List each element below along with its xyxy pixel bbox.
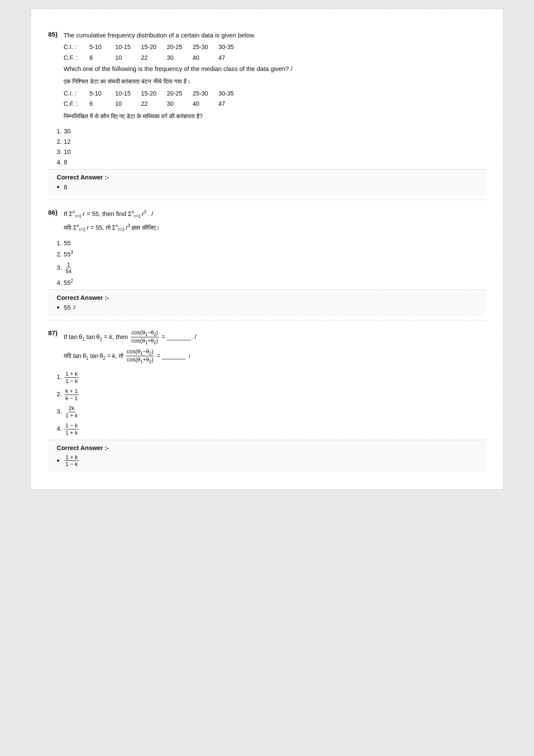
q85-opt3-val: 10 [64,148,71,155]
q87-opt2-frac: k + 1 k − 1 [64,388,79,401]
q85-en-text: The cumulative frequency distribution of… [64,31,486,40]
q86-correct-section: Correct Answer :- • 552 [48,290,486,316]
q85-cf-v3: 22 [141,53,167,62]
q86-hindi-text: यदि Σnr=1 r = 55, तो Σnr=1 r3 ज्ञात कीजि… [64,222,486,233]
q85-text: The cumulative frequency distribution of… [64,31,486,123]
q86-opt3-num-val: 1 [66,261,71,268]
q87-opt3-num: 3. [57,408,62,415]
q87-opt1-frac-den: 1 − k [64,378,79,385]
q87-opt1: 1. 1 + k 1 − k [57,370,486,384]
q86-correct-value: • 552 [57,304,486,312]
q85-opt2-val: 12 [64,138,71,145]
q87-t1: 1 [145,332,147,336]
q85-bullet: • [57,183,59,191]
q85-question-suffix: Which one of the following is the freque… [64,64,486,74]
q87-opt2: 2. k + 1 k − 1 [57,388,486,401]
q85-correct-section: Correct Answer :- • 8 [48,169,486,195]
q85-number: 85) [48,31,64,38]
q87-correct-section: Correct Answer :- • 1 + k 1 − k [48,440,486,472]
q87-correct-frac-den: 1 − k [64,461,79,468]
q87-hi-sub2: 2 [103,355,105,360]
q85-cf-label-hi: C.F. : [64,99,89,108]
q85-ci-hv6: 30-35 [218,89,244,98]
q85-ci-v3: 15-20 [141,42,167,52]
q85-opt3: 3. 10 [57,148,486,155]
q87-opt3: 3. 2k 1 + k [57,405,486,419]
q86-opt3-num: 3. [57,264,62,271]
q87-correct-value: • 1 + k 1 − k [57,454,486,468]
q85-ci-row-hi: C.I. : 5-10 10-15 15-20 20-25 25-30 30-3… [64,89,486,98]
q85-cf-hv5: 40 [193,99,218,108]
q86-en-text: If Σnr=1 r = 55, then find Σnr=1 r3 . / [64,209,486,220]
q86-opt3: 3. 1 54 [57,261,486,275]
q85-hindi-line1: एक निश्चित डेटा का संचयी बारंबारता बंटन … [64,77,486,87]
q85-ci-hv5: 25-30 [193,89,218,98]
q87-bullet: • [57,457,59,465]
q87-hi-t3: 1 [140,359,143,364]
q85-ci-row-en: C.I. : 5-10 10-15 15-20 20-25 25-30 30-3… [64,42,486,52]
q87-hi-sub1: 1 [86,355,89,360]
q85-cf-label-en: C.F. : [64,53,89,62]
q86-sup3: 3 [144,210,147,214]
q86-opt1-val: 55 [64,240,71,247]
q86-opt3-den-val: 54 [64,268,72,275]
q86-correct-label: Correct Answer :- [57,294,486,301]
q87-sub2: 2 [100,336,102,341]
q86-opt1: 1. 55 [57,240,486,247]
q86-opt1-num: 1. [57,240,62,247]
q85-cf-row-hi: C.F. : 6 10 22 30 40 47 [64,99,486,108]
q87-text: If tan θ1 tan θ2 = k, then cos(θ1−θ2) co… [64,329,486,365]
q85-correct-label: Correct Answer :- [57,174,486,181]
q86-r: r [83,210,85,217]
q87-correct-frac-num: 1 + k [64,454,79,461]
q85-ci-table-en: C.I. : 5-10 10-15 15-20 20-25 25-30 30-3… [64,42,486,62]
q85-ci-table-hi: C.I. : 5-10 10-15 15-20 20-25 25-30 30-3… [64,89,486,109]
q85-opt1: 1. 30 [57,128,486,135]
q87-t2: 2 [154,332,157,336]
q87-sub1: 1 [82,336,85,341]
question-85: 85) The cumulative frequency distributio… [48,22,486,200]
q85-ci-v2: 10-15 [115,42,141,52]
q86-number: 86) [48,209,64,216]
q87-correct-frac: 1 + k 1 − k [64,454,79,468]
q87-opt3-frac-den: 1 + k [64,412,79,419]
q87-frac-num-hi: cos(θ1−θ2) [126,348,154,357]
q85-opt4: 4. 8 [57,159,486,166]
q87-options: 1. 1 + k 1 − k 2. k + 1 k − 1 3. 2k 1 + … [57,370,486,436]
q86-opt3-frac: 1 54 [64,261,72,275]
q87-hi-t1: 1 [140,351,143,355]
q86-opt2: 2. 553 [57,250,486,258]
q87-main-frac-hi: cos(θ1−θ2) cos(θ1+θ2) [126,348,154,364]
q87-main-frac-en: cos(θ1−θ2) cos(θ1+θ2) [131,329,159,346]
q87-hindi-text: यदि tan θ1 tan θ2 = k, तो cos(θ1−θ2) cos… [64,348,486,364]
q86-bullet: • [57,304,59,312]
q86-header: 86) If Σnr=1 r = 55, then find Σnr=1 r3 … [48,209,486,235]
q86-opt2-sup: 3 [71,250,73,255]
q86-text: If Σnr=1 r = 55, then find Σnr=1 r3 . / … [64,209,486,235]
q87-opt2-frac-num: k + 1 [64,388,79,395]
q85-cf-hv3: 22 [141,99,167,108]
q86-opt4: 4. 552 [57,278,486,286]
q86-opt4-num: 4. [57,279,62,286]
q87-opt4-frac-num: 1 − k [64,422,79,429]
q87-en-text: If tan θ1 tan θ2 = k, then cos(θ1−θ2) co… [64,329,486,346]
q87-opt3-frac-num: 2k [68,405,76,412]
q85-ci-label-hi: C.I. : [64,89,89,98]
q85-opt2: 2. 12 [57,138,486,145]
q85-ci-v5: 25-30 [193,42,218,52]
q87-opt1-frac-num: 1 + k [64,370,79,378]
q85-cf-v6: 47 [218,53,244,62]
q85-cf-hv4: 30 [167,99,193,108]
q85-header: 85) The cumulative frequency distributio… [48,31,486,123]
q87-opt4-frac-den: 1 + k [64,429,79,436]
q87-opt2-num: 2. [57,391,62,398]
q87-opt4-num: 4. [57,425,62,432]
q86-hi-subr: r=1 [79,228,86,232]
q87-correct-label: Correct Answer :- [57,444,486,451]
q85-opt1-num: 1. [57,128,62,135]
q85-opt1-val: 30 [64,128,71,135]
q87-opt4-frac: 1 − k 1 + k [64,422,79,436]
q85-opt4-val: 8 [64,159,67,166]
q87-k: k [109,333,112,340]
q87-frac-den-hi: cos(θ1+θ2) [126,356,154,364]
